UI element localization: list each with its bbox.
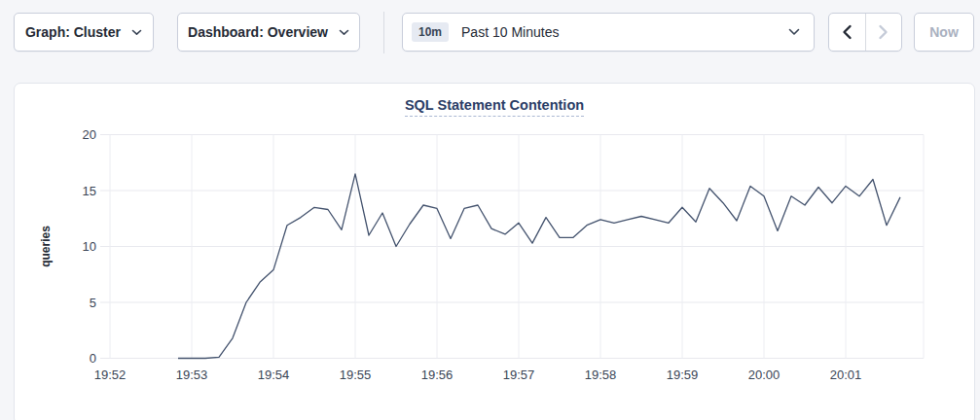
time-range-picker[interactable]: 10m Past 10 Minutes xyxy=(402,13,815,52)
x-tick-label: 20:01 xyxy=(830,368,862,382)
y-tick-label: 5 xyxy=(90,296,96,310)
x-tick-label: 19:55 xyxy=(340,368,372,382)
chart-canvas[interactable]: 0510152019:5219:5319:5419:5519:5619:5719… xyxy=(15,84,974,420)
x-tick-label: 19:53 xyxy=(176,368,208,382)
chevron-down-icon xyxy=(339,29,349,36)
graph-dropdown-label: Graph: Cluster xyxy=(25,24,121,40)
x-tick-label: 19:54 xyxy=(258,368,290,382)
now-button[interactable]: Now xyxy=(914,13,974,52)
x-tick-label: 19:52 xyxy=(94,368,127,382)
toolbar-divider xyxy=(383,12,384,53)
x-tick-label: 19:56 xyxy=(421,368,454,382)
now-button-label: Now xyxy=(929,24,959,40)
dashboard-dropdown[interactable]: Dashboard: Overview xyxy=(177,13,360,52)
y-tick-label: 0 xyxy=(90,351,96,366)
x-tick-label: 19:59 xyxy=(667,368,699,382)
dashboard-dropdown-label: Dashboard: Overview xyxy=(188,24,328,40)
x-tick-label: 19:57 xyxy=(503,368,535,382)
chevron-right-icon xyxy=(878,24,889,40)
time-forward-button[interactable] xyxy=(865,14,902,51)
y-axis-label: queries xyxy=(39,226,53,267)
chart-title-row: SQL Statement Contention xyxy=(15,96,974,117)
chevron-down-icon xyxy=(788,28,800,36)
graph-dropdown[interactable]: Graph: Cluster xyxy=(14,13,154,52)
y-tick-label: 15 xyxy=(83,184,96,198)
x-tick-label: 19:58 xyxy=(585,368,617,382)
time-backward-button[interactable] xyxy=(829,14,865,51)
chart-card: SQL Statement Contention 0510152019:5219… xyxy=(14,83,975,420)
time-range-label: Past 10 Minutes xyxy=(461,24,559,40)
chevron-down-icon xyxy=(131,29,142,36)
chart-title[interactable]: SQL Statement Contention xyxy=(405,97,584,117)
y-tick-label: 10 xyxy=(83,239,96,254)
time-range-badge: 10m xyxy=(412,22,449,42)
x-tick-label: 20:00 xyxy=(748,368,780,382)
line-series-queries xyxy=(178,174,900,359)
y-tick-label: 20 xyxy=(83,127,96,142)
time-nav-group xyxy=(828,13,902,52)
chevron-left-icon xyxy=(842,24,853,40)
